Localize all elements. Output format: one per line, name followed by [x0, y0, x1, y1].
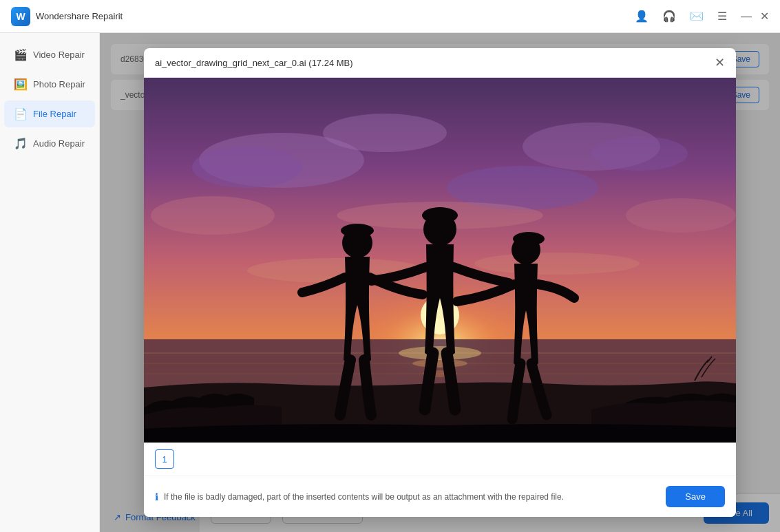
modal-save-button[interactable]: Save — [666, 486, 725, 507]
sidebar-item-audio-repair[interactable]: 🎵 Audio Repair — [4, 130, 95, 157]
user-icon[interactable]: 👤 — [635, 10, 649, 23]
modal-pagination: 1 — [144, 443, 736, 476]
page-number-1[interactable]: 1 — [155, 449, 174, 469]
file-repair-icon: 📄 — [14, 107, 28, 120]
sidebar-item-label: Audio Repair — [33, 138, 85, 149]
svg-point-9 — [151, 196, 275, 235]
sidebar-item-photo-repair[interactable]: 🖼️ Photo Repair — [4, 71, 95, 98]
modal-close-button[interactable]: ✕ — [715, 56, 725, 69]
close-button[interactable]: ✕ — [760, 11, 769, 22]
headset-icon[interactable]: 🎧 — [662, 10, 676, 23]
svg-point-27 — [513, 232, 545, 246]
audio-repair-icon: 🎵 — [14, 137, 28, 150]
svg-point-19 — [399, 346, 481, 360]
svg-point-25 — [422, 207, 458, 224]
title-bar-right: 👤 🎧 ✉️ ☰ — ✕ — [635, 10, 769, 23]
footer-info-text: If the file is badly damaged, part of th… — [164, 492, 564, 502]
app-title: Wondershare Repairit — [36, 11, 123, 21]
svg-point-4 — [192, 147, 302, 188]
title-bar-left: W Wondershare Repairit — [11, 7, 123, 26]
main-layout: 🎬 Video Repair 🖼️ Photo Repair 📄 File Re… — [0, 33, 780, 532]
video-repair-icon: 🎬 — [14, 48, 28, 61]
modal-overlay: ai_vector_drawing_grid_next_car_0.ai (17… — [100, 33, 780, 532]
svg-point-6 — [591, 136, 688, 171]
svg-point-7 — [323, 114, 447, 152]
minimize-button[interactable]: — — [741, 11, 752, 22]
sunset-svg — [144, 78, 736, 443]
sidebar-item-file-repair[interactable]: 📄 File Repair — [4, 100, 95, 127]
modal-header: ai_vector_drawing_grid_next_car_0.ai (17… — [144, 48, 736, 78]
title-bar: W Wondershare Repairit 👤 🎧 ✉️ ☰ — ✕ — [0, 0, 780, 33]
modal-footer-info: ℹ If the file is badly damaged, part of … — [155, 491, 666, 502]
sidebar-item-label: Photo Repair — [33, 79, 85, 89]
sidebar-item-label: File Repair — [33, 109, 76, 119]
window-controls: — ✕ — [741, 11, 769, 22]
modal-title: ai_vector_drawing_grid_next_car_0.ai (17… — [155, 58, 353, 68]
photo-repair-icon: 🖼️ — [14, 78, 28, 91]
info-icon: ℹ — [155, 491, 158, 502]
modal-dialog: ai_vector_drawing_grid_next_car_0.ai (17… — [144, 48, 736, 517]
svg-point-20 — [412, 359, 467, 368]
sidebar-item-video-repair[interactable]: 🎬 Video Repair — [4, 41, 95, 68]
sidebar-item-label: Video Repair — [33, 50, 85, 60]
sidebar: 🎬 Video Repair 🖼️ Photo Repair 📄 File Re… — [0, 33, 100, 532]
mail-icon[interactable]: ✉️ — [690, 10, 704, 23]
svg-point-23 — [341, 224, 374, 237]
menu-icon[interactable]: ☰ — [717, 10, 727, 23]
modal-footer: ℹ If the file is badly damaged, part of … — [144, 476, 736, 517]
content-area: d26830_lose_La Save _vector_drawing_ Sav… — [100, 33, 780, 532]
svg-point-10 — [626, 198, 736, 233]
app-logo: W — [11, 7, 30, 26]
svg-point-13 — [474, 253, 640, 275]
modal-image-area — [144, 78, 736, 443]
